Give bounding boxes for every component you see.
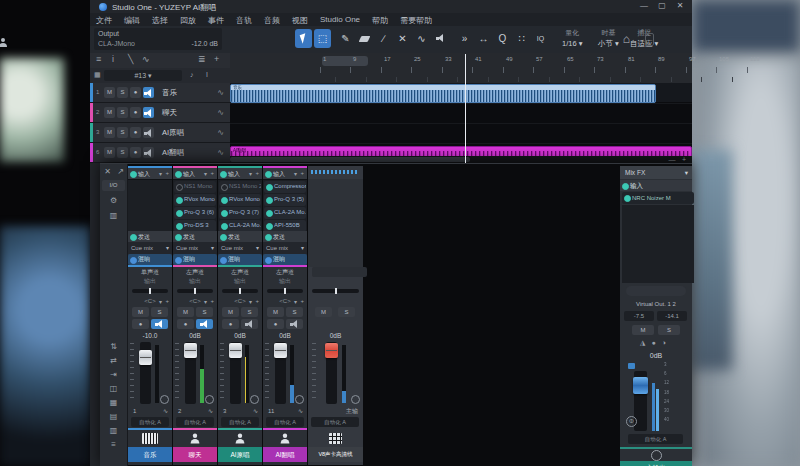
- audio-clip-music[interactable]: 音乐: [230, 84, 656, 103]
- fader-zone[interactable]: [218, 341, 262, 406]
- reverb-send[interactable]: 混响: [263, 254, 307, 265]
- monitor-button[interactable]: [143, 127, 154, 138]
- fader-track[interactable]: [326, 342, 337, 404]
- menu-transport[interactable]: 回放: [174, 13, 202, 26]
- title-bar[interactable]: Studio One - YUZEYP AI翻唱 — ▢ ✕: [90, 0, 692, 13]
- fader-handle[interactable]: [274, 343, 287, 358]
- pan-slider[interactable]: [218, 286, 262, 297]
- timeline-ruler[interactable]: 1 9 17 25 33 41 49 57 65 73 81 89 97 105…: [230, 53, 692, 84]
- mute-button[interactable]: M: [632, 325, 654, 335]
- inserts-header[interactable]: 输入 ▾ +: [218, 168, 262, 179]
- timebase-dropdown[interactable]: 时基 小节 ▾: [598, 28, 619, 50]
- track-name[interactable]: 聊天: [162, 108, 177, 118]
- insert-slot[interactable]: Pro-Q 3 (6): [174, 207, 216, 219]
- fader-track[interactable]: [185, 342, 196, 404]
- narrow-wide-icon[interactable]: ⇄: [100, 356, 127, 365]
- fader-zone[interactable]: [173, 341, 217, 406]
- menu-extra[interactable]: 需要帮助: [394, 13, 438, 26]
- split-tool-button[interactable]: ∕: [375, 29, 392, 48]
- home-icon[interactable]: ⌂: [623, 32, 630, 46]
- add-track-icon[interactable]: +: [214, 54, 219, 64]
- menu-event[interactable]: 事件: [202, 13, 230, 26]
- maximize-button[interactable]: ▢: [654, 1, 670, 10]
- monitor-options-row[interactable]: ◮●◑: [620, 338, 692, 348]
- record-arm-button[interactable]: ●: [130, 87, 141, 98]
- automation-mode-button[interactable]: 自动化 A: [311, 417, 359, 427]
- panner-knob-icon[interactable]: [205, 395, 214, 404]
- automation-mode-button[interactable]: 自动化 A: [221, 417, 259, 427]
- automation-mode-button[interactable]: 自动化 A: [176, 417, 214, 427]
- banks-icon[interactable]: ⇅: [100, 342, 127, 351]
- fader-zone[interactable]: [128, 341, 172, 406]
- sends-header[interactable]: 发送 ▾ +: [218, 231, 262, 242]
- fader-handle[interactable]: [633, 377, 648, 394]
- power-icon[interactable]: [622, 183, 629, 190]
- menu-view[interactable]: 视图: [286, 13, 314, 26]
- power-icon[interactable]: [175, 171, 182, 178]
- mute-button[interactable]: M: [267, 307, 284, 317]
- output-route[interactable]: Virtual Out. 1 2: [620, 299, 692, 309]
- track-name[interactable]: 音乐: [162, 88, 177, 98]
- insert-slot[interactable]: RVox Mono 2: [219, 194, 261, 206]
- cue-mix-slot[interactable]: Cue mix▾: [263, 242, 307, 254]
- reverb-send[interactable]: 混响: [173, 254, 217, 265]
- scrollbar-thumb[interactable]: [230, 157, 470, 162]
- cue-mix-slot[interactable]: Cue mix▾: [173, 242, 217, 254]
- monitor-button[interactable]: [143, 147, 154, 158]
- solo-button[interactable]: S: [117, 147, 128, 158]
- power-icon[interactable]: [265, 257, 272, 264]
- track-row-1[interactable]: 1 M S ● 音乐 ∿: [90, 83, 230, 102]
- range-tool-button[interactable]: ⬚: [314, 29, 331, 48]
- list-icon[interactable]: ≡: [100, 440, 127, 449]
- channel-name[interactable]: AI原唱: [218, 447, 262, 462]
- record-arm-button[interactable]: ●: [267, 319, 284, 329]
- mute-button[interactable]: M: [104, 147, 115, 158]
- solo-button[interactable]: S: [196, 307, 213, 317]
- insert-slot[interactable]: NRC Noizer M: [622, 192, 694, 204]
- add-insert-icon[interactable]: +: [210, 170, 214, 176]
- output-route[interactable]: 输出: [173, 277, 217, 286]
- bend-tool-button[interactable]: ∿: [413, 29, 430, 48]
- automation-icon[interactable]: ∿: [142, 54, 150, 64]
- output-meter-panel[interactable]: Output CLA-JMono -12.0 dB: [94, 28, 222, 50]
- output-route[interactable]: 输出: [263, 277, 307, 286]
- arrow-tool-button[interactable]: [295, 29, 312, 48]
- monitor-button[interactable]: [143, 107, 154, 118]
- mixfx-header[interactable]: Mix FX▾: [620, 166, 692, 179]
- arrange-hscrollbar[interactable]: — +: [230, 156, 692, 163]
- mute-button[interactable]: M: [177, 307, 194, 317]
- menu-select[interactable]: 选择: [146, 13, 174, 26]
- record-arm-button[interactable]: ●: [130, 147, 141, 158]
- inserts-list[interactable]: Compressor Pro-Q 3 (5) CLA-2A Mo. API-55…: [263, 179, 307, 233]
- insert-slot[interactable]: CLA-2A Mo.: [264, 207, 306, 219]
- inserts-header[interactable]: 输入 ▾ +: [620, 180, 692, 191]
- ibeam-icon[interactable]: I: [206, 71, 208, 78]
- add-insert-icon[interactable]: +: [255, 170, 259, 176]
- input-route[interactable]: 左声道: [218, 267, 262, 277]
- wrench-icon[interactable]: ⚙: [100, 196, 127, 205]
- power-icon[interactable]: [175, 257, 182, 264]
- groups-icon[interactable]: ▤: [100, 412, 127, 421]
- route-slot[interactable]: [308, 277, 363, 286]
- chevron-down-icon[interactable]: ▾: [159, 170, 162, 177]
- panner-knob-icon[interactable]: [160, 395, 169, 404]
- headphone-icon[interactable]: [651, 450, 662, 461]
- inserts-header[interactable]: 输入 ▾ +: [128, 168, 172, 179]
- channel-name[interactable]: 音乐: [128, 447, 172, 462]
- solo-button[interactable]: S: [658, 325, 680, 335]
- pan-slider[interactable]: [128, 286, 172, 297]
- lane-track-3[interactable]: [230, 123, 692, 143]
- user-profile-icon[interactable]: [0, 38, 8, 48]
- minimize-button[interactable]: —: [636, 1, 652, 10]
- power-icon[interactable]: [220, 257, 227, 264]
- channel-name[interactable]: 聊天: [173, 447, 217, 462]
- mute-button[interactable]: M: [104, 87, 115, 98]
- chevron-down-icon[interactable]: ▾: [294, 170, 297, 177]
- external-devices-icon[interactable]: ⇥: [100, 370, 127, 379]
- fader-handle[interactable]: [139, 350, 152, 365]
- add-insert-icon[interactable]: +: [300, 170, 304, 176]
- solo-button[interactable]: S: [338, 307, 355, 317]
- main-output-name[interactable]: 主输出: [620, 461, 692, 466]
- volume-value[interactable]: 0dB: [218, 330, 262, 341]
- solo-button[interactable]: S: [117, 87, 128, 98]
